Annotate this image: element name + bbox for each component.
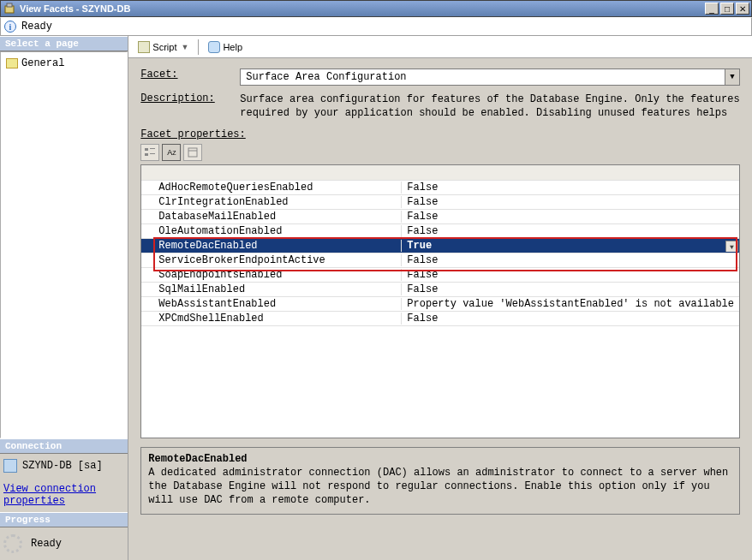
help-label: Help xyxy=(223,42,242,52)
property-row[interactable]: XPCmdShellEnabledFalse xyxy=(141,312,739,326)
progress-spinner-icon xyxy=(3,534,22,553)
property-value[interactable]: False xyxy=(402,269,739,281)
property-row[interactable]: SqlMailEnabledFalse xyxy=(141,283,739,297)
svg-rect-1 xyxy=(7,3,12,7)
progress-text: Ready xyxy=(31,538,62,550)
help-icon xyxy=(208,41,220,53)
property-name: SqlMailEnabled xyxy=(153,283,402,295)
server-label: SZYND-DB [sa] xyxy=(22,460,103,472)
page-tree: General xyxy=(0,51,128,438)
property-value[interactable]: False xyxy=(402,211,739,223)
chevron-down-icon: ▼ xyxy=(730,73,734,81)
property-value[interactable]: False xyxy=(402,313,739,325)
property-pages-button[interactable] xyxy=(183,144,202,161)
facet-label: Facet: xyxy=(140,69,235,80)
help-property-name: RemoteDacEnabled xyxy=(148,453,732,465)
description-label: Description: xyxy=(140,92,235,104)
facet-properties-label: Facet properties: xyxy=(128,125,752,140)
svg-rect-2 xyxy=(145,148,148,151)
view-connection-properties-link[interactable]: View connection properties xyxy=(3,483,96,507)
toolbar-separator xyxy=(198,39,199,55)
property-row[interactable]: DatabaseMailEnabledFalse xyxy=(141,210,739,224)
property-name: AdHocRemoteQueriesEnabled xyxy=(153,182,402,194)
description-text: Surface area configuration for features … xyxy=(240,92,740,120)
facet-value: Surface Area Configuration xyxy=(241,69,725,85)
svg-rect-4 xyxy=(145,153,148,156)
facet-dropdown-button[interactable]: ▼ xyxy=(725,69,739,85)
property-name: ServiceBrokerEndpointActive xyxy=(153,254,402,266)
property-name: ClrIntegrationEnabled xyxy=(153,196,402,208)
svg-rect-6 xyxy=(188,148,197,157)
svg-rect-5 xyxy=(150,153,155,154)
value-dropdown-button[interactable]: ▼ xyxy=(725,241,738,252)
property-name: RemoteDacEnabled xyxy=(153,240,402,252)
property-row[interactable]: SoapEndpointsEnabledFalse xyxy=(141,268,739,283)
chevron-down-icon: ▼ xyxy=(181,43,188,51)
info-icon: i xyxy=(4,21,16,33)
app-icon xyxy=(3,2,16,15)
status-text: Ready xyxy=(21,21,52,33)
maximize-button[interactable]: □ xyxy=(720,3,734,15)
page-item-label: General xyxy=(21,57,64,69)
help-button[interactable]: Help xyxy=(204,39,247,55)
server-icon xyxy=(3,459,17,473)
status-bar: i Ready xyxy=(0,17,752,36)
property-row[interactable]: RemoteDacEnabledTrue▼ xyxy=(141,239,739,253)
property-value[interactable]: True▼ xyxy=(402,240,739,252)
property-row[interactable]: OleAutomationEnabledFalse xyxy=(141,224,739,239)
property-value[interactable]: Property value 'WebAssistantEnabled' is … xyxy=(402,298,739,310)
svg-rect-3 xyxy=(150,148,155,149)
close-button[interactable]: ✕ xyxy=(736,3,749,15)
connection-server: SZYND-DB [sa] xyxy=(3,459,124,473)
property-row[interactable]: WebAssistantEnabledProperty value 'WebAs… xyxy=(141,297,739,312)
property-help-panel: RemoteDacEnabled A dedicated administrat… xyxy=(140,447,740,515)
property-grid-toolbar: AZ xyxy=(128,140,752,164)
facet-combobox[interactable]: Surface Area Configuration ▼ xyxy=(240,69,740,86)
window-title: View Facets - SZYND-DB xyxy=(20,3,705,14)
progress-header: Progress xyxy=(0,512,128,527)
toolbar: Script ▼ Help xyxy=(128,36,752,58)
title-bar: View Facets - SZYND-DB _ □ ✕ xyxy=(0,0,752,17)
property-value[interactable]: False xyxy=(402,182,739,194)
property-value[interactable]: False xyxy=(402,283,739,295)
property-name: OleAutomationEnabled xyxy=(153,225,402,237)
categorized-button[interactable] xyxy=(140,144,159,161)
help-property-desc: A dedicated administrator connection (DA… xyxy=(148,467,732,507)
script-icon xyxy=(138,41,150,53)
script-label: Script xyxy=(152,42,176,52)
property-grid[interactable]: AdHocRemoteQueriesEnabledFalseClrIntegra… xyxy=(140,164,740,438)
property-row[interactable]: ClrIntegrationEnabledFalse xyxy=(141,195,739,210)
window-buttons: _ □ ✕ xyxy=(705,3,749,15)
connection-header: Connection xyxy=(0,438,128,454)
property-row[interactable]: AdHocRemoteQueriesEnabledFalse xyxy=(141,181,739,195)
property-name: XPCmdShellEnabled xyxy=(153,313,402,325)
grid-header xyxy=(141,165,739,181)
property-name: DatabaseMailEnabled xyxy=(153,211,402,223)
property-value[interactable]: False xyxy=(402,196,739,208)
script-button[interactable]: Script ▼ xyxy=(134,39,193,55)
minimize-button[interactable]: _ xyxy=(705,3,719,15)
property-row[interactable]: ServiceBrokerEndpointActiveFalse xyxy=(141,253,739,268)
select-page-header: Select a page xyxy=(0,36,128,51)
property-name: WebAssistantEnabled xyxy=(153,298,402,310)
property-value[interactable]: False xyxy=(402,225,739,237)
alphabetical-button[interactable]: AZ xyxy=(162,144,181,161)
page-item-general[interactable]: General xyxy=(4,56,123,71)
property-value[interactable]: False xyxy=(402,254,739,266)
property-name: SoapEndpointsEnabled xyxy=(153,269,402,281)
page-icon xyxy=(6,58,18,69)
